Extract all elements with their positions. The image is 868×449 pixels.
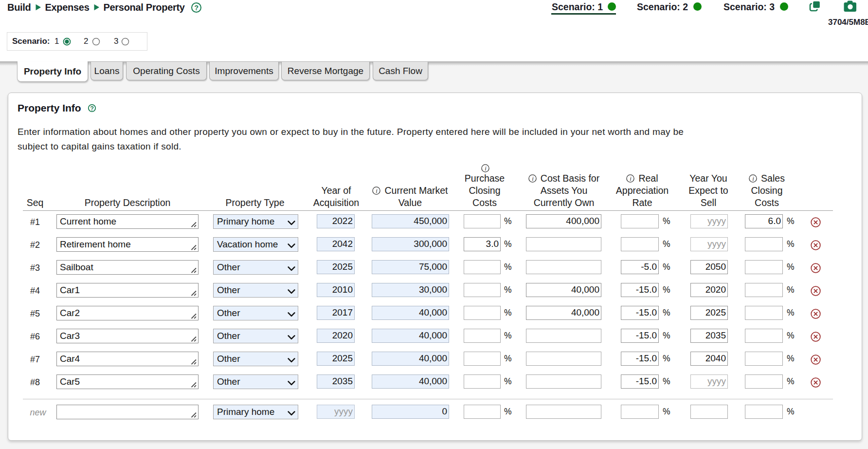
svg-text:i: i — [630, 175, 632, 182]
svg-text:?: ? — [194, 3, 199, 11]
svg-text:i: i — [532, 175, 534, 182]
svg-text:i: i — [485, 165, 487, 172]
svg-text:i: i — [752, 175, 754, 182]
svg-text:i: i — [376, 187, 378, 194]
svg-text:?: ? — [90, 105, 94, 112]
